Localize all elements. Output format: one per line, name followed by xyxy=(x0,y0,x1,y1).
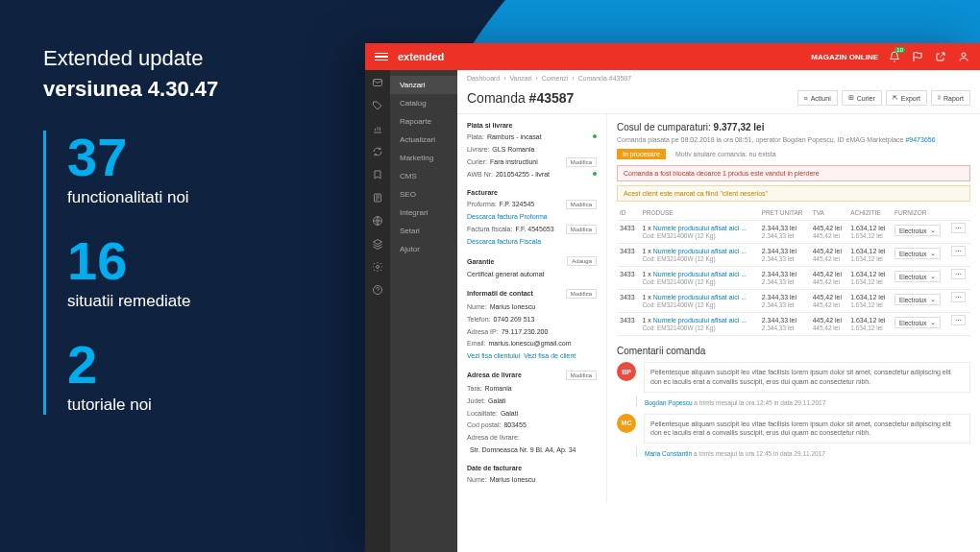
sidebar-item[interactable]: Integrari xyxy=(390,204,457,222)
comment-item: BP Pellentesque aliquam suscipit leo vit… xyxy=(617,362,970,406)
table-header: PRET UNITAR xyxy=(759,205,810,221)
sidebar-item[interactable]: Setari xyxy=(390,222,457,240)
stat-label: functionalitati noi xyxy=(67,188,218,207)
layers-icon[interactable] xyxy=(371,237,384,251)
table-header: ACHIZITIE xyxy=(847,205,892,221)
warranty-title: GarantieAdauga xyxy=(467,256,597,266)
edit-button[interactable]: Modifica xyxy=(566,371,597,380)
sidebar-item[interactable]: Ajutor xyxy=(390,240,457,258)
flag-icon[interactable] xyxy=(911,50,924,63)
more-button[interactable]: ⋯ xyxy=(951,246,966,256)
main-content: Dashboard › Vanzari › Comenzi › Comanda … xyxy=(457,70,980,552)
sidebar-item[interactable]: Catalog xyxy=(390,94,457,112)
svg-point-4 xyxy=(377,266,380,269)
product-link[interactable]: Numele produsului afisat aici ... xyxy=(653,248,747,254)
breadcrumb-item[interactable]: Vanzari xyxy=(509,75,531,82)
client-link[interactable]: Vezi fisa clientului xyxy=(467,351,520,361)
sidebar-item[interactable]: Rapoarte xyxy=(390,112,457,131)
product-link[interactable]: Numele produsului afisat aici ... xyxy=(653,271,747,277)
sidebar-item[interactable]: SEO xyxy=(390,185,457,204)
more-button[interactable]: ⋯ xyxy=(951,315,966,325)
page-actions: ≡Actiuni⊞Curier⇱Export⫴Raport xyxy=(797,90,970,106)
edit-button[interactable]: Modifica xyxy=(566,157,597,167)
comment-item: MC Pellentesque aliquam suscipit leo vit… xyxy=(617,414,970,458)
breadcrumb-item[interactable]: Comanda #43587 xyxy=(577,75,631,82)
help-icon[interactable] xyxy=(371,283,384,297)
bookmark-icon[interactable] xyxy=(371,168,384,181)
action-button[interactable]: ⊞Curier xyxy=(842,90,882,106)
sidebar-item[interactable]: Actualizari xyxy=(390,131,457,149)
chevron-down-icon: ⌄ xyxy=(930,250,936,257)
chart-icon[interactable] xyxy=(371,122,384,135)
breadcrumb-item[interactable]: Dashboard xyxy=(467,75,500,82)
payment-title: Plata si livrare xyxy=(467,122,597,129)
stat-label: situatii remediate xyxy=(67,292,218,311)
store-button[interactable]: MAGAZIN ONLINE xyxy=(811,53,878,61)
chevron-down-icon: ⌄ xyxy=(930,227,936,234)
iconbar xyxy=(365,70,390,552)
globe-icon[interactable] xyxy=(371,214,384,228)
add-button[interactable]: Adauga xyxy=(567,256,597,266)
comment-text: Pellentesque aliquam suscipit leo vitae … xyxy=(644,414,970,444)
more-button[interactable]: ⋯ xyxy=(951,223,966,233)
invoice-title: Facturare xyxy=(467,189,597,196)
alert-warning: Acest client este marcat ca fiind "clien… xyxy=(617,185,970,202)
sidebar-item[interactable]: CMS xyxy=(390,167,457,185)
app-window: extended MAGAZIN ONLINE 10 VanzariCatalo… xyxy=(365,43,980,552)
stat-number: 37 xyxy=(67,131,218,184)
promo-stats: 37functionalitati noi16situatii remediat… xyxy=(43,131,218,415)
comment-meta: Maria Constantin a trimis mesajul la ora… xyxy=(636,447,970,457)
gear-icon[interactable] xyxy=(371,260,384,274)
edit-button[interactable]: Modifica xyxy=(566,200,597,209)
action-button[interactable]: ⇱Export xyxy=(886,90,927,106)
edit-button[interactable]: Modifica xyxy=(566,289,597,299)
app-logo: extended xyxy=(398,51,811,62)
svg-point-0 xyxy=(962,53,966,57)
user-icon[interactable] xyxy=(957,50,970,63)
supplier-select[interactable]: Electrolux ⌄ xyxy=(894,294,942,305)
action-button[interactable]: ⫴Raport xyxy=(931,90,970,106)
download-link[interactable]: Descarca factura Proforma xyxy=(467,212,548,222)
marketplace-link[interactable]: #9473656 xyxy=(905,136,935,143)
sidebar-item[interactable]: Vanzari xyxy=(390,76,457,94)
cart-title: Cosul de cumparaturi: 9.377,32 lei xyxy=(617,122,970,132)
sidebar: VanzariCatalogRapoarteActualizariMarketi… xyxy=(390,70,457,552)
menu-icon[interactable] xyxy=(375,53,388,61)
cart-panel: Cosul de cumparaturi: 9.377,32 lei Coman… xyxy=(606,114,980,502)
status-dot xyxy=(593,134,597,138)
mail-icon[interactable] xyxy=(371,76,384,89)
download-link[interactable]: Descarca factura Fiscala xyxy=(467,237,541,247)
supplier-select[interactable]: Electrolux ⌄ xyxy=(894,317,942,328)
supplier-select[interactable]: Electrolux ⌄ xyxy=(894,225,942,236)
bell-icon[interactable]: 10 xyxy=(888,50,901,63)
action-icon: ⊞ xyxy=(848,94,854,102)
status-dot xyxy=(593,172,597,176)
supplier-select[interactable]: Electrolux ⌄ xyxy=(894,248,942,259)
status-badge: In procesare xyxy=(617,149,666,159)
external-icon[interactable] xyxy=(934,50,947,63)
breadcrumb: Dashboard › Vanzari › Comenzi › Comanda … xyxy=(457,70,980,86)
avatar: MC xyxy=(617,414,636,433)
action-button[interactable]: ≡Actiuni xyxy=(797,90,838,106)
doc-icon[interactable] xyxy=(371,191,384,204)
products-table: IDPRODUSEPRET UNITARTVAACHIZITIEFURNIZOR… xyxy=(617,205,970,336)
tag-icon[interactable] xyxy=(371,99,384,112)
refresh-icon[interactable] xyxy=(371,145,384,158)
table-header: TVA xyxy=(810,205,847,221)
product-link[interactable]: Numele produsului afisat aici ... xyxy=(653,294,747,300)
edit-button[interactable]: Modifica xyxy=(566,225,597,234)
svg-point-5 xyxy=(374,286,382,295)
avatar: BP xyxy=(617,362,636,381)
sidebar-item[interactable]: Marketing xyxy=(390,149,457,167)
client-link[interactable]: Vezi fisa de client xyxy=(524,351,576,361)
breadcrumb-item[interactable]: Comenzi xyxy=(542,75,569,82)
billing-title: Date de facturare xyxy=(467,465,597,471)
promo-version: versiunea 4.30.47 xyxy=(43,77,218,102)
more-button[interactable]: ⋯ xyxy=(951,292,966,302)
more-button[interactable]: ⋯ xyxy=(951,269,966,279)
product-link[interactable]: Numele produsului afisat aici ... xyxy=(653,317,747,324)
supplier-select[interactable]: Electrolux ⌄ xyxy=(894,271,942,282)
contact-title: Informatii de contactModifica xyxy=(467,289,597,299)
product-link[interactable]: Numele produsului afisat aici ... xyxy=(653,225,747,231)
table-row: 3433 1 x Numele produsului afisat aici .… xyxy=(617,244,970,267)
